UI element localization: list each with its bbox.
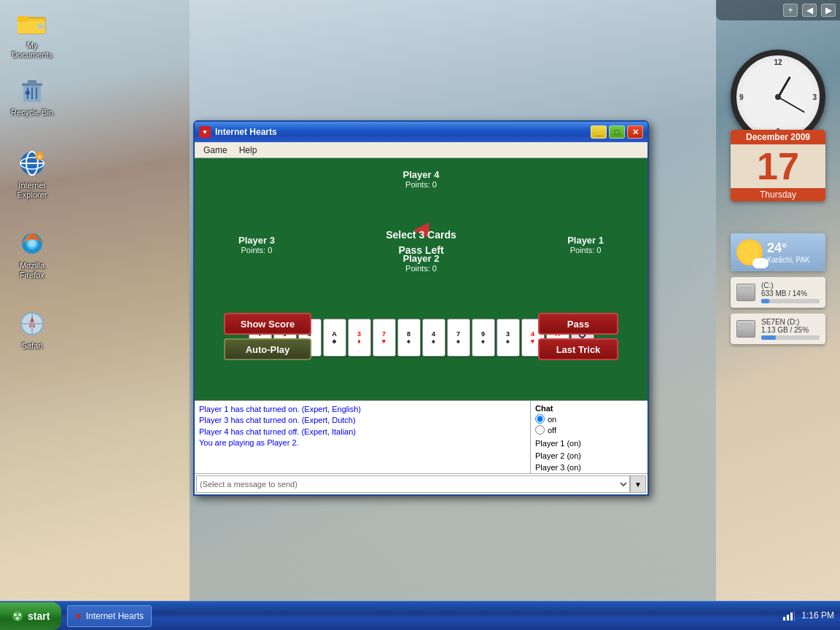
- taskbar-time: 1:16 PM: [801, 610, 834, 622]
- weather-info: 24° Karāchi, PAK: [767, 241, 810, 264]
- svg-text:e: e: [38, 153, 42, 160]
- show-score-button[interactable]: Show Score: [224, 313, 311, 335]
- chat-log: Player 1 has chat turned on. (Expert, En…: [195, 401, 531, 473]
- desktop-icon-firefox[interactable]: Mozilla Firefox: [6, 226, 58, 283]
- drive-c-bar-fill: [761, 299, 769, 303]
- card-7[interactable]: 4♠: [422, 319, 446, 357]
- desktop-icon-recycle-bin[interactable]: ♻ Recycle Bin: [6, 73, 58, 120]
- widget-next-button[interactable]: ▶: [821, 4, 836, 17]
- chat-player-1: Player 1 (on): [535, 438, 643, 450]
- svg-rect-34: [794, 611, 795, 621]
- drive-c-widget: (C:) 633 MB / 14%: [731, 277, 825, 308]
- chat-container: Player 1 has chat turned on. (Expert, En…: [195, 400, 648, 473]
- player1-points: Points: 0: [567, 246, 604, 254]
- desktop-icon-ie[interactable]: e Internet Explorer: [6, 146, 58, 203]
- taskbar-clock[interactable]: 1:16 PM: [801, 610, 834, 622]
- player1-label: Player 1 Points: 0: [567, 235, 604, 254]
- center-message-line1: Select 3 Cards: [386, 228, 456, 243]
- drive-d-detail: 1.13 GB / 25%: [761, 326, 820, 334]
- player1-name: Player 1: [567, 235, 604, 246]
- clock-12: 12: [774, 58, 782, 66]
- chat-player-3: Player 3 (on): [535, 462, 643, 474]
- desktop-icon-my-documents[interactable]: My Documents: [6, 6, 58, 63]
- clock-center: [775, 94, 781, 100]
- taskbar-hearts-label: Internet Hearts: [86, 611, 144, 621]
- taskbar: start ♥ Internet Hearts 1:16 PM: [0, 601, 840, 630]
- taskbar-hearts-item[interactable]: ♥ Internet Hearts: [67, 605, 152, 627]
- chat-line-1: Player 3 has chat turned on. (Expert, Du…: [199, 415, 526, 426]
- svg-point-30: [16, 617, 19, 620]
- folder-icon: [18, 9, 47, 38]
- widget-prev-button[interactable]: ◀: [802, 4, 817, 17]
- safari-icon: [18, 309, 47, 338]
- menu-help[interactable]: Help: [233, 144, 263, 157]
- window-titlebar[interactable]: ♥ Internet Hearts _ □ ✕: [195, 122, 648, 142]
- firefox-icon: [18, 229, 47, 258]
- chat-on-label: on: [548, 415, 556, 424]
- chat-on-row[interactable]: on: [535, 414, 643, 424]
- widget-bar: + ◀ ▶: [716, 0, 840, 20]
- svg-rect-33: [790, 612, 793, 621]
- card-5[interactable]: 7♥: [373, 319, 396, 357]
- drive-d-label: SE7EN (D:): [761, 318, 820, 326]
- close-button[interactable]: ✕: [627, 125, 643, 139]
- chat-input-area: (Select a message to send) ▼: [195, 473, 648, 494]
- ie-label: Internet Explorer: [9, 181, 55, 200]
- calendar-month-year: December 2009: [731, 130, 825, 144]
- player2-points: Points: 0: [403, 264, 440, 273]
- auto-play-button[interactable]: Auto-Play: [224, 338, 311, 360]
- chat-line-2: Player 4 has chat turned off. (Expert, I…: [199, 427, 526, 438]
- calendar-widget: December 2009 17 Thursday: [731, 130, 825, 201]
- start-label: start: [28, 610, 50, 622]
- player3-name: Player 3: [238, 235, 275, 246]
- chat-off-label: off: [548, 426, 556, 435]
- player4-name: Player 4: [403, 169, 440, 180]
- desktop-icon-safari[interactable]: Safari: [6, 306, 58, 354]
- clock-9: 9: [739, 93, 744, 101]
- svg-point-28: [14, 613, 17, 616]
- start-button[interactable]: start: [0, 602, 61, 630]
- recycle-bin-icon: ♻: [18, 76, 47, 105]
- weather-sun-icon: [736, 239, 763, 265]
- card-4[interactable]: 3♦: [348, 319, 371, 357]
- chat-off-radio[interactable]: [535, 425, 545, 435]
- recycle-bin-label: Recycle Bin: [11, 108, 53, 117]
- chat-line-0: Player 1 has chat turned on. (Expert, En…: [199, 404, 526, 415]
- card-9[interactable]: 9♠: [472, 319, 495, 357]
- chat-player-2: Player 2 (on): [535, 450, 643, 462]
- taskbar-hearts-icon: ♥: [75, 610, 81, 622]
- menu-game[interactable]: Game: [198, 144, 233, 157]
- svg-rect-3: [18, 16, 28, 22]
- drive-c-icon: [736, 284, 755, 301]
- menu-bar: Game Help: [195, 142, 648, 158]
- svg-point-29: [18, 613, 21, 616]
- chat-message-select[interactable]: (Select a message to send): [196, 475, 630, 493]
- chat-title: Chat: [535, 404, 643, 413]
- chat-right-panel: Chat on off Player 1 (on) Player 2 (on) …: [531, 401, 648, 473]
- chat-off-row[interactable]: off: [535, 425, 643, 435]
- minimize-button[interactable]: _: [591, 125, 607, 139]
- weather-widget: 24° Karāchi, PAK: [731, 233, 825, 271]
- card-6[interactable]: 8♠: [397, 319, 421, 357]
- calendar-day: Thursday: [731, 188, 825, 201]
- svg-rect-31: [783, 617, 785, 621]
- center-message: Select 3 Cards Pass Left: [386, 228, 456, 258]
- clock-3: 3: [812, 93, 817, 101]
- card-3[interactable]: A♣: [323, 319, 346, 357]
- taskbar-right: 1:16 PM: [782, 610, 840, 622]
- weather-city: Karāchi, PAK: [767, 256, 810, 264]
- card-10[interactable]: 3♠: [497, 319, 520, 357]
- chat-on-radio[interactable]: [535, 414, 545, 424]
- network-icon: [782, 611, 796, 621]
- widget-add-button[interactable]: +: [783, 4, 798, 17]
- drive-c-label: (C:): [761, 281, 820, 289]
- player4-points: Points: 0: [403, 180, 440, 189]
- chat-dropdown-button[interactable]: ▼: [630, 475, 646, 493]
- player3-label: Player 3 Points: 0: [238, 235, 275, 254]
- player4-label: Player 4 Points: 0: [403, 169, 440, 189]
- card-8[interactable]: 7♠: [447, 319, 470, 357]
- maximize-button[interactable]: □: [609, 125, 625, 139]
- last-trick-button[interactable]: Last Trick: [538, 338, 618, 360]
- ie-icon: e: [18, 149, 47, 178]
- pass-button[interactable]: Pass: [538, 313, 618, 335]
